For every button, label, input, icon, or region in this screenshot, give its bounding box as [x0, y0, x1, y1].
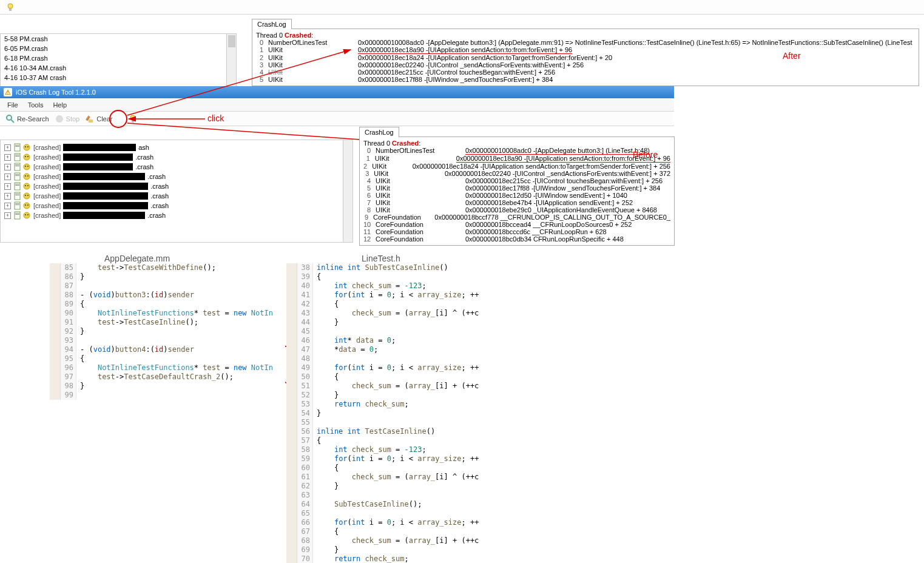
code-editor-right[interactable]: 38 39 40 41 42 43 44 45 46 47 48 49 50 5…: [286, 263, 602, 563]
svg-point-20: [27, 146, 29, 147]
research-button[interactable]: Re-Search: [6, 115, 49, 123]
crashlog-body[interactable]: Thread 0 Crashed: 0NumberOfLinesTest0x00…: [359, 137, 675, 246]
stack-frame[interactable]: 1UIKit0x000000018ec18a90 -[UIApplication…: [256, 46, 915, 54]
tab-crashlog[interactable]: CrashLog: [359, 127, 399, 137]
stack-frame[interactable]: 5UIKit0x000000018ec17f88 -[UIWindow _sen…: [363, 184, 670, 192]
top-toolbar: [0, 0, 924, 15]
bulb-button[interactable]: [129, 115, 137, 123]
file-list-item[interactable]: 5-58 PM.crash: [1, 34, 236, 44]
svg-rect-45: [15, 192, 20, 200]
breakpoint-gutter[interactable]: [286, 263, 297, 563]
expand-icon[interactable]: +: [4, 203, 11, 209]
menu-help[interactable]: Help: [53, 101, 67, 109]
svg-rect-41: [15, 185, 19, 186]
menu-tools[interactable]: Tools: [28, 101, 44, 109]
bulb-icon[interactable]: [6, 3, 15, 12]
menu-file[interactable]: File: [7, 101, 18, 109]
svg-point-60: [24, 212, 30, 218]
code-area[interactable]: test->TestCaseWithDefine(); } - (void)bu…: [76, 263, 273, 400]
crashed-label: [crashed]: [33, 173, 61, 180]
expand-icon[interactable]: +: [4, 193, 11, 200]
bug-icon: [22, 192, 31, 200]
stack-frame[interactable]: 5UIKit0x000000018ec17f88 -[UIWindow _sen…: [256, 76, 915, 83]
stack-frame[interactable]: 2UIKit0x000000018ec18a24 -[UIApplication…: [363, 163, 670, 170]
redacted-bar: [63, 163, 133, 170]
tree-item[interactable]: +[crashed].crash: [2, 181, 351, 191]
stack-frame[interactable]: 0NumberOfLinesTest0x000000010008adc0 -[A…: [363, 147, 670, 155]
file-list-item[interactable]: 4-16 10-37 AM crash: [1, 73, 236, 83]
tree-item[interactable]: +[crashed].crash: [2, 172, 351, 181]
bug-icon: [22, 211, 31, 220]
file-list-item[interactable]: 4-16 10-34 AM.crash: [1, 63, 236, 73]
bug-icon: [22, 163, 31, 171]
expand-icon[interactable]: +: [4, 144, 11, 151]
file-suffix: .crash: [135, 153, 153, 161]
stop-button[interactable]: Stop: [55, 115, 80, 123]
stop-icon: [55, 115, 64, 123]
tree-item[interactable]: +[crashed].crash: [2, 162, 351, 172]
expand-icon[interactable]: +: [4, 212, 11, 219]
window-titlebar[interactable]: ⚠ iOS Crash Log Tool 1.2.1.0: [0, 86, 674, 98]
crashed-label: [crashed]: [33, 144, 61, 151]
clear-button[interactable]: Clear: [86, 115, 112, 123]
code-editor-left[interactable]: 85 86 87 88 89 90 91 92 93 94 95 96 97 9…: [50, 263, 285, 400]
scroll-thumb[interactable]: [228, 35, 235, 47]
svg-point-48: [24, 193, 30, 199]
tree-item[interactable]: +[crashed]ash: [2, 143, 351, 152]
stack-frame[interactable]: 9CoreFoundation0x000000018bccf778 __CFRU…: [363, 214, 670, 221]
svg-point-30: [24, 164, 30, 170]
file-list-item[interactable]: 6-18 PM.crash: [1, 53, 236, 63]
stack-frame[interactable]: 3UIKit0x000000018ec02240 -[UIControl _se…: [363, 170, 670, 177]
page-icon: [13, 143, 22, 152]
expand-icon[interactable]: +: [4, 174, 11, 180]
scrollbar[interactable]: [226, 34, 236, 89]
expand-icon[interactable]: +: [4, 183, 11, 190]
crashed-label: [crashed]: [33, 212, 61, 219]
svg-point-62: [27, 214, 29, 215]
expand-icon[interactable]: +: [4, 154, 11, 161]
tab-crashlog[interactable]: CrashLog: [252, 19, 292, 29]
stack-frame[interactable]: 12CoreFoundation0x000000018bc0db34 CFRun…: [363, 235, 670, 243]
bug-icon: [22, 153, 31, 161]
crash-tree[interactable]: +[crashed]ash+[crashed].crash+[crashed].…: [0, 140, 353, 243]
menu-bar: File Tools Help: [0, 98, 674, 112]
bug-icon: [22, 201, 31, 210]
page-icon: [13, 153, 22, 161]
svg-point-25: [25, 156, 26, 157]
file-suffix: ash: [138, 144, 149, 151]
scrollbar[interactable]: [343, 140, 352, 242]
page-icon: [13, 192, 22, 200]
stack-frame[interactable]: 4UIKit0x000000018ec215cc -[UIControl tou…: [256, 69, 915, 76]
code-area[interactable]: inline int SubTestCaseInline() { int che…: [313, 263, 479, 563]
tree-item[interactable]: +[crashed].crash: [2, 152, 351, 162]
crashlog-panel-after: CrashLog Thread 0 Crashed: 0NumberOfLine…: [252, 18, 919, 86]
crash-files-list[interactable]: 5-58 PM.crash6-05 PM.crash6-18 PM.crash4…: [0, 33, 237, 88]
app-icon: ⚠: [4, 88, 12, 96]
stack-frame[interactable]: 1UIKit0x000000018ec18a90 -[UIApplication…: [363, 155, 670, 163]
stack-frame[interactable]: 6UIKit0x000000018ec12d50 -[UIWindow send…: [363, 192, 670, 199]
stack-frame[interactable]: 0NumberOfLinesTest0x000000010008adc0 -[A…: [256, 39, 915, 46]
stack-frame[interactable]: 4UIKit0x000000018ec215cc -[UIControl tou…: [363, 177, 670, 184]
expand-icon[interactable]: +: [4, 164, 11, 170]
svg-rect-35: [15, 175, 19, 176]
svg-point-49: [25, 195, 26, 196]
file-list-item[interactable]: 6-05 PM.crash: [1, 44, 236, 53]
stack-frame[interactable]: 3UIKit0x000000018ec02240 -[UIControl _se…: [256, 61, 915, 69]
tree-item[interactable]: +[crashed].crash: [2, 211, 351, 220]
file-suffix: .crash: [147, 212, 166, 219]
svg-rect-29: [15, 166, 19, 166]
stack-frame[interactable]: 2UIKit0x000000018ec18a24 -[UIApplication…: [256, 54, 915, 61]
page-icon: [13, 163, 22, 171]
bug-icon: [22, 182, 31, 190]
stack-frame[interactable]: 8UIKit0x000000018ebe29c0 _UIApplicationH…: [363, 206, 670, 214]
stack-frame[interactable]: 7UIKit0x000000018ebe47b4 -[UIApplication…: [363, 199, 670, 206]
breakpoint-gutter[interactable]: [50, 263, 61, 400]
stack-frame[interactable]: 10CoreFoundation0x000000018bccead4 __CFR…: [363, 221, 670, 228]
tree-item[interactable]: +[crashed].crash: [2, 201, 351, 211]
window-title: iOS Crash Log Tool 1.2.1.0: [16, 89, 96, 96]
tree-item[interactable]: +[crashed].crash: [2, 191, 351, 201]
svg-line-3: [11, 120, 14, 123]
svg-rect-6: [89, 120, 93, 123]
stack-frame[interactable]: 11CoreFoundation0x000000018bcccd6c __CFR…: [363, 228, 670, 235]
crashlog-body[interactable]: Thread 0 Crashed: 0NumberOfLinesTest0x00…: [252, 29, 919, 86]
